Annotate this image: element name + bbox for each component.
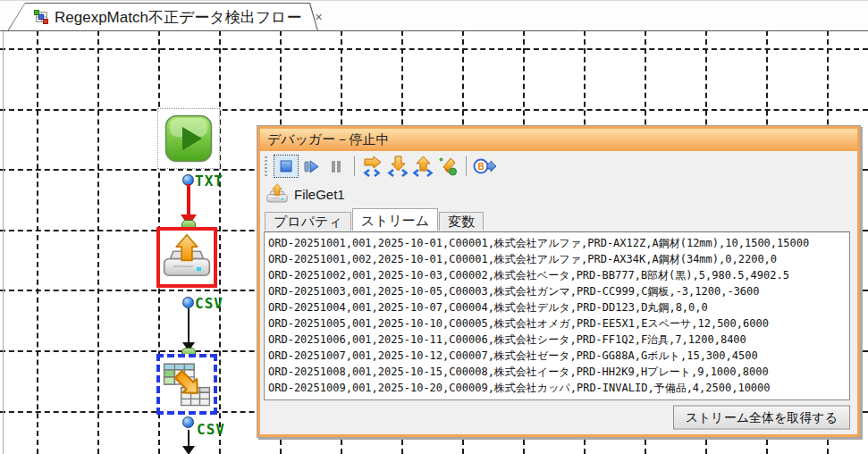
run-to-exception-icon — [437, 156, 459, 177]
tab-stream-label: ストリーム — [361, 213, 429, 228]
stream-line: ORD-20251009,001,2025-10-20,C00009,株式会社カ… — [268, 380, 846, 396]
debug-pause-button[interactable] — [324, 155, 349, 178]
stream-line: ORD-20251001,002,2025-10-01,C00001,株式会社ア… — [268, 251, 846, 267]
stream-line: ORD-20251003,001,2025-10-05,C00003,株式会社ガ… — [268, 283, 846, 299]
tab-close-icon[interactable]: × — [313, 10, 324, 24]
step-over-icon — [362, 156, 383, 177]
svg-text:B: B — [477, 161, 484, 171]
debugger-title-bar[interactable]: デバッガー－停止中 — [260, 129, 857, 151]
stream-line: ORD-20251004,001,2025-10-07,C00004,株式会社デ… — [268, 299, 846, 315]
run-to-breakpoint-icon: B — [473, 156, 497, 176]
stream-text-area[interactable]: ORD-20251001,001,2025-10-01,C00001,株式会社ア… — [264, 231, 850, 400]
tab-properties-label: プロパティ — [274, 214, 342, 229]
tab-variables[interactable]: 変数 — [439, 212, 484, 231]
grid-line-vertical — [219, 30, 221, 454]
link-label-csv2: CSV — [197, 421, 225, 438]
debugger-tab-strip: プロパティ ストリーム 変数 — [260, 207, 857, 231]
tab-properties[interactable]: プロパティ — [265, 212, 351, 231]
step-out-icon — [412, 156, 434, 177]
grid-line-horizontal — [0, 48, 868, 50]
link-label-csv1: CSV — [195, 295, 223, 312]
debug-step-over-button[interactable] — [360, 155, 385, 178]
debug-resume-button[interactable] — [299, 155, 324, 178]
pause-icon — [326, 156, 346, 176]
flow-node-mapper[interactable] — [156, 354, 217, 415]
stream-line: ORD-20251005,001,2025-10-10,C00005,株式会社オ… — [268, 315, 846, 332]
stream-line: ORD-20251007,001,2025-10-12,C00007,株式会社ゼ… — [268, 348, 846, 364]
fileget-output-port[interactable] — [182, 297, 194, 308]
debug-stop-button[interactable] — [274, 155, 299, 178]
document-tab-bar: RegexpMatch不正データ検出フロー × — [0, 0, 868, 30]
debugger-current-node-row: FileGet1 — [260, 181, 857, 207]
stream-line: ORD-20251008,001,2025-10-15,C00008,株式会社イ… — [268, 364, 846, 380]
mapper-output-port[interactable] — [182, 416, 194, 428]
stream-line: ORD-20251001,001,2025-10-01,C00001,株式会社ア… — [268, 235, 846, 251]
debug-run-to-breakpoint-button[interactable]: B — [472, 155, 497, 178]
play-icon — [164, 114, 214, 164]
toolbar-separator — [354, 156, 355, 176]
grid-line-horizontal — [0, 109, 868, 111]
stop-icon — [276, 156, 296, 176]
debug-step-out-button[interactable] — [410, 155, 435, 178]
flow-document-tab[interactable]: RegexpMatch不正データ検出フロー × — [7, 3, 318, 31]
flow-node-fileget[interactable] — [156, 227, 217, 288]
debugger-frame: デバッガー－停止中 — [257, 126, 860, 437]
tab-title: RegexpMatch不正データ検出フロー — [55, 7, 301, 28]
active-link-line[interactable] — [187, 184, 190, 216]
toolbar-separator — [466, 156, 467, 176]
debug-run-to-exception-button[interactable] — [435, 155, 460, 178]
tab-bar-baseline — [0, 30, 868, 31]
stream-line: ORD-20251006,001,2025-10-11,C00006,株式会社シ… — [268, 332, 846, 348]
debug-step-into-button[interactable] — [385, 155, 410, 178]
debugger-bottom-row: ストリーム全体を取得する — [260, 400, 857, 434]
tab-stream[interactable]: ストリーム — [352, 208, 438, 231]
link-arrowhead-mapper-out — [182, 446, 195, 454]
mapper-icon — [161, 358, 213, 410]
link-line-fileget-mapper[interactable] — [188, 308, 190, 344]
disk-upload-icon — [163, 233, 211, 282]
link-label-txt: TXT — [195, 172, 223, 189]
debugger-panel: デバッガー－停止中 — [257, 125, 861, 438]
resume-icon — [301, 156, 321, 176]
debugger-title: デバッガー－停止中 — [267, 131, 389, 148]
flow-node-start[interactable] — [157, 108, 220, 169]
grid-line-vertical — [37, 30, 38, 454]
debugger-node-name: FileGet1 — [294, 187, 345, 202]
link-line-mapper-out[interactable] — [188, 430, 190, 448]
flow-document-icon — [34, 10, 48, 24]
debugger-toolbar: B — [260, 151, 857, 181]
toolbar-grip[interactable] — [265, 156, 267, 176]
stream-line: ORD-20251002,001,2025-10-03,C00002,株式会社ベ… — [268, 267, 846, 283]
grid-line-vertical — [97, 30, 99, 454]
step-into-icon — [387, 156, 409, 177]
fileget-node-icon — [266, 183, 288, 205]
fetch-whole-stream-button[interactable]: ストリーム全体を取得する — [673, 406, 850, 430]
tab-variables-label: 変数 — [448, 214, 475, 229]
canvas-left-border — [3, 30, 4, 454]
